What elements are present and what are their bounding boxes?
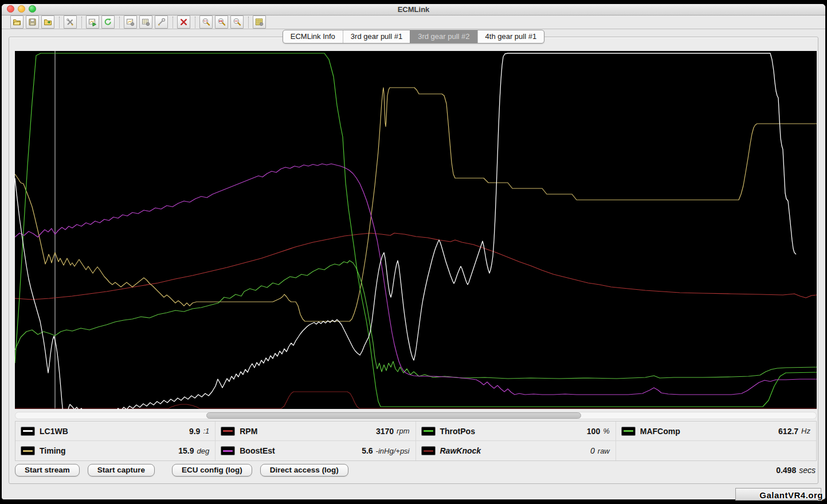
legend-cell-timing[interactable]: Timing15.9deg <box>15 441 215 460</box>
trace-mafcomp <box>15 261 817 379</box>
legend-series-unit: -inHg/+psi <box>376 447 410 455</box>
toolbar-separator <box>119 17 120 28</box>
legend-cell-lc1wb[interactable]: LC1WB9.9:1 <box>15 422 215 441</box>
toolbar-button-zoom-horizontal[interactable] <box>215 15 228 29</box>
trace-rpm <box>15 233 817 300</box>
toolbar-button-export-image[interactable] <box>86 15 99 29</box>
tab-bar: ECMLink Info3rd gear pull #13rd gear pul… <box>2 30 825 44</box>
legend-series-value: 5.6 <box>362 446 373 455</box>
svg-text:1:1: 1:1 <box>203 19 207 22</box>
save-file-icon <box>28 18 37 26</box>
legend-series-unit: % <box>603 427 610 435</box>
adjust-tools-icon <box>157 18 166 26</box>
scrollbar-thumb[interactable] <box>206 412 581 419</box>
log-view-panel: LC1WB9.9:1RPM3170rpmThrotPos100%MAFComp6… <box>9 37 818 484</box>
graph-settings-icon <box>126 18 135 26</box>
legend-series-unit: raw <box>598 447 610 455</box>
toolbar: 1:1 <box>2 15 825 29</box>
zoom-window-button[interactable] <box>29 5 36 13</box>
trace-throtpos <box>15 53 817 407</box>
toolbar-button-log-settings[interactable] <box>253 15 266 29</box>
legend-series-value: 3170 <box>376 427 394 436</box>
tab-4th-gear-pull-1[interactable]: 4th gear pull #1 <box>477 30 544 43</box>
zoom-horizontal-icon <box>217 18 226 26</box>
legend-swatch <box>421 446 436 455</box>
toolbar-button-runtime-tools[interactable] <box>64 15 77 29</box>
graph-horizontal-scrollbar[interactable] <box>15 412 817 419</box>
legend-series-name: ThrotPos <box>440 427 475 436</box>
toolbar-button-zoom-custom[interactable] <box>230 15 244 29</box>
legend-cell-empty <box>616 441 816 460</box>
start-capture-button[interactable]: Start capture <box>88 464 155 477</box>
legend-cell-rawknock[interactable]: RawKnock0raw <box>416 441 616 460</box>
watermark: GalantVR4.org <box>759 490 823 500</box>
toolbar-button-graph-settings[interactable] <box>124 15 137 29</box>
legend-series-unit: Hz <box>801 427 810 435</box>
legend-series-name: Timing <box>40 446 66 455</box>
toolbar-button-adjust-tools[interactable] <box>155 15 168 29</box>
zoom-actual-icon: 1:1 <box>202 18 210 26</box>
legend-cell-boostest[interactable]: BoostEst5.6-inHg/+psi <box>215 441 416 460</box>
toolbar-separator <box>81 17 82 28</box>
minimize-window-button[interactable] <box>18 5 25 13</box>
close-window-button[interactable] <box>7 5 14 13</box>
ecu-config-log-button[interactable]: ECU config (log) <box>172 464 252 477</box>
export-file-icon <box>44 18 52 26</box>
direct-access-log-button[interactable]: Direct access (log) <box>260 464 348 477</box>
toolbar-separator <box>173 17 173 28</box>
toolbar-separator <box>59 17 60 28</box>
legend-swatch <box>221 446 235 455</box>
legend-cell-rpm[interactable]: RPM3170rpm <box>215 422 416 441</box>
log-settings-icon <box>255 18 264 26</box>
toolbar-button-reload[interactable] <box>101 15 115 29</box>
legend-series-name: RawKnock <box>440 446 481 455</box>
toolbar-button-export-file[interactable] <box>41 15 54 29</box>
elapsed-time: 0.498secs <box>776 466 817 475</box>
table-settings-icon <box>142 18 150 26</box>
legend-series-name: MAFComp <box>640 427 680 436</box>
toolbar-button-delete[interactable] <box>177 15 190 29</box>
legend-swatch <box>221 427 235 436</box>
legend-swatch <box>21 446 35 455</box>
legend-cell-mafcomp[interactable]: MAFComp612.7Hz <box>616 422 816 441</box>
toolbar-separator <box>248 17 249 28</box>
legend-series-name: RPM <box>240 427 257 436</box>
ecmlink-window: ECMLink 1:1 ECMLink Info3rd gear pull #1… <box>2 4 825 499</box>
tab-3rd-gear-pull-1[interactable]: 3rd gear pull #1 <box>343 30 410 43</box>
controls-row: Start streamStart captureECU config (log… <box>15 464 817 477</box>
tab-set: ECMLink Info3rd gear pull #13rd gear pul… <box>283 30 544 44</box>
start-stream-button[interactable]: Start stream <box>15 464 80 477</box>
legend-swatch <box>621 427 636 436</box>
elapsed-unit: secs <box>799 466 816 475</box>
traffic-lights <box>7 5 36 13</box>
toolbar-button-open-file[interactable] <box>10 15 23 29</box>
legend-series-value: 15.9 <box>178 446 194 455</box>
zoom-custom-icon <box>233 18 241 26</box>
legend-series-unit: deg <box>197 447 210 455</box>
legend-series-name: BoostEst <box>240 446 275 455</box>
toolbar-button-table-settings[interactable] <box>139 15 152 29</box>
tab-ecmlink-info[interactable]: ECMLink Info <box>283 30 343 43</box>
legend-series-value: 100 <box>587 427 600 436</box>
series-legend: LC1WB9.9:1RPM3170rpmThrotPos100%MAFComp6… <box>15 421 817 461</box>
legend-series-value: 612.7 <box>778 427 798 436</box>
open-file-icon <box>13 18 21 26</box>
toolbar-button-zoom-actual[interactable]: 1:1 <box>199 15 213 29</box>
legend-swatch <box>21 427 35 436</box>
legend-series-unit: :1 <box>203 427 209 435</box>
reload-icon <box>104 18 112 26</box>
log-graph[interactable] <box>15 51 817 409</box>
log-graph-svg <box>15 51 817 409</box>
legend-series-name: LC1WB <box>40 427 68 436</box>
trace-boostest <box>15 164 817 395</box>
legend-cell-throtpos[interactable]: ThrotPos100% <box>416 422 616 441</box>
toolbar-button-save-file[interactable] <box>26 15 39 29</box>
legend-series-unit: rpm <box>397 427 409 435</box>
runtime-tools-icon <box>66 18 75 26</box>
legend-series-value: 9.9 <box>189 427 200 436</box>
elapsed-value: 0.498 <box>776 466 796 475</box>
title-bar[interactable]: ECMLink <box>2 4 825 15</box>
tab-3rd-gear-pull-2[interactable]: 3rd gear pull #2 <box>410 30 477 43</box>
legend-series-value: 0 <box>590 446 595 455</box>
export-image-icon <box>88 18 97 26</box>
